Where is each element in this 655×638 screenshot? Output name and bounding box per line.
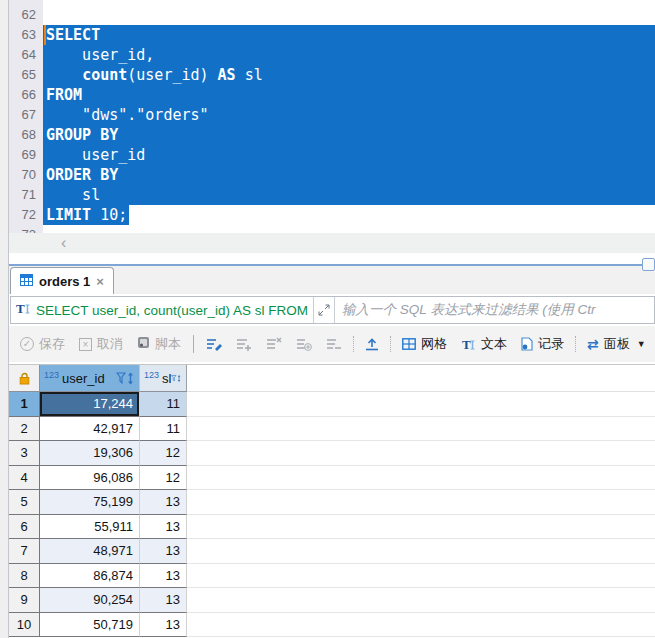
sql-text [46,66,82,84]
cell-sl[interactable]: 13 [140,515,187,540]
remove-row-button[interactable] [326,337,342,351]
add-row-button[interactable] [236,337,252,351]
row-header[interactable]: 9 [9,588,40,613]
filter-sort-icon[interactable] [116,372,135,385]
cell-user-id[interactable]: 75,199 [40,490,140,515]
editor-hscrollbar[interactable]: ‹ [9,233,655,253]
script-icon [137,336,150,352]
cell-user-id[interactable]: 48,971 [40,539,140,564]
cell-user-id[interactable]: 96,086 [40,466,140,491]
chevron-down-icon[interactable]: ▼ [637,339,646,349]
code-line: FROM [43,85,655,105]
expand-filter-button[interactable] [313,297,335,323]
line-number: 69 [9,145,43,165]
cell-user-id[interactable]: 86,874 [40,564,140,589]
cell-sl[interactable]: 13 [140,588,187,613]
panels-button[interactable]: ⇄ 面板 ▼ [587,335,646,353]
code-line: count(user_id) AS sl [43,65,655,85]
text-view-button[interactable]: T 文本 [461,335,507,353]
row-header[interactable]: 1 [9,392,40,417]
table-row: 6 55,911 13 [9,515,655,540]
column-name: user_id [62,371,116,386]
add-row-icon [236,337,252,351]
cell-sl[interactable]: 13 [140,613,187,638]
cell-user-id[interactable]: 17,244 [40,392,140,417]
table-row: 7 48,971 13 [9,539,655,564]
delete-row-button[interactable] [266,337,282,351]
row-header[interactable]: 3 [9,441,40,466]
cell-sl[interactable]: 13 [140,564,187,589]
column-header-user-id[interactable]: 123 user_id [40,365,140,392]
sql-keyword: LIMIT [46,206,91,224]
cell-sl[interactable]: 12 [140,441,187,466]
tab-orders-1[interactable]: orders 1 × [10,267,114,294]
save-button[interactable]: ✓ 保存 [20,335,65,353]
row-header[interactable]: 4 [9,466,40,491]
code-line [43,225,655,233]
cell-user-id[interactable]: 55,911 [40,515,140,540]
line-number: 66 [9,85,43,105]
grid-corner-cell[interactable] [9,365,40,392]
editor-results-gap [9,253,655,264]
lock-icon [19,372,30,385]
tab-close-icon[interactable]: × [96,274,104,289]
code-line: user_id [43,145,655,165]
text-view-icon: T [461,337,476,351]
cell-sl[interactable]: 12 [140,466,187,491]
row-header[interactable]: 5 [9,490,40,515]
script-button[interactable]: 脚本 [137,335,181,353]
toolbar-separator [390,336,391,352]
numeric-type-badge: 123 [44,370,59,380]
text-caret [44,25,46,45]
fetch-data-button[interactable] [365,337,379,351]
row-filler [187,417,655,442]
svg-text:T: T [462,337,471,351]
row-header[interactable]: 6 [9,515,40,540]
cell-user-id[interactable]: 42,917 [40,417,140,442]
row-header[interactable]: 2 [9,417,40,442]
code-line: user_id, [43,45,655,65]
panel-sash[interactable] [9,264,655,266]
numeric-type-badge: 123 [144,370,159,380]
code-area[interactable]: SELECT user_id, count(user_id) AS sl FRO… [43,0,655,233]
row-filler [187,466,655,491]
grid-view-button[interactable]: 网格 [402,335,447,353]
row-filler [187,539,655,564]
edit-cell-button[interactable] [206,337,222,351]
table-row: 4 96,086 12 [9,466,655,491]
line-number: 72 [9,205,43,225]
cell-user-id[interactable]: 19,306 [40,441,140,466]
row-header[interactable]: 8 [9,564,40,589]
duplicate-row-button[interactable] [296,337,312,351]
cell-sl[interactable]: 11 [140,417,187,442]
record-view-button[interactable]: 记录 [521,335,564,353]
edit-row-icon [206,337,222,351]
row-header[interactable]: 10 [9,613,40,638]
filter-sort-icon[interactable] [171,372,182,385]
filter-query-text: SELECT user_id, count(user_id) AS sl FRO… [36,303,308,318]
sql-keyword: count [82,66,127,84]
cell-sl[interactable]: 13 [140,539,187,564]
line-number: 67 [9,105,43,125]
script-label: 脚本 [155,335,181,353]
tab-label: orders 1 [39,274,90,289]
line-number: 64 [9,45,43,65]
sash-handle[interactable] [642,258,655,271]
cell-user-id[interactable]: 90,254 [40,588,140,613]
table-row: 5 75,199 13 [9,490,655,515]
sql-editor[interactable]: 62 63 64 65 66 67 68 69 70 71 72 73 SELE… [9,0,655,233]
column-header-sl[interactable]: 123 sl [140,365,187,392]
row-header[interactable]: 7 [9,539,40,564]
cell-sl[interactable]: 13 [140,490,187,515]
cancel-button[interactable]: × 取消 [79,335,123,353]
grid-header-filler [187,365,655,392]
row-filler [187,515,655,540]
scroll-left-icon[interactable]: ‹ [61,234,66,252]
cell-sl[interactable]: 11 [140,392,187,417]
code-line: LIMIT 10; [43,205,655,225]
duplicate-row-icon [296,337,312,351]
cell-user-id[interactable]: 50,719 [40,613,140,638]
result-filter-input[interactable]: T SELECT user_id, count(user_id) AS sl F… [10,296,655,324]
grid-view-label: 网格 [421,335,447,353]
code-line [43,5,655,25]
